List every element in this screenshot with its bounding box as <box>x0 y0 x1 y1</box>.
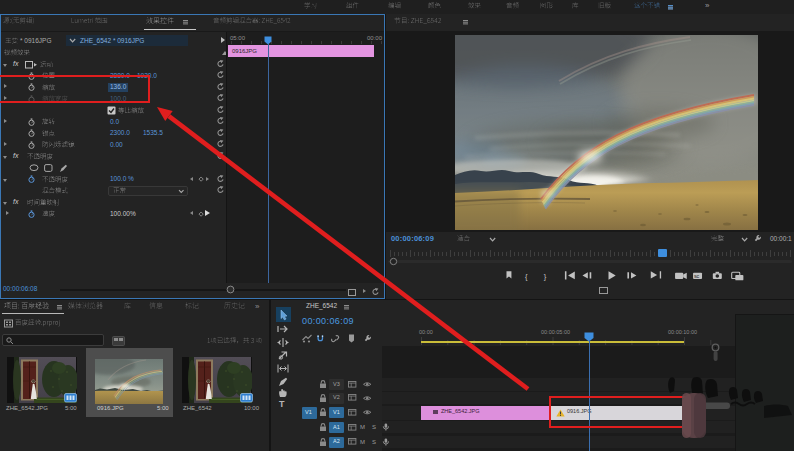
svg-text:{: { <box>525 272 528 281</box>
svg-text:}: } <box>544 272 547 281</box>
svg-text:sc: sc <box>694 273 700 279</box>
